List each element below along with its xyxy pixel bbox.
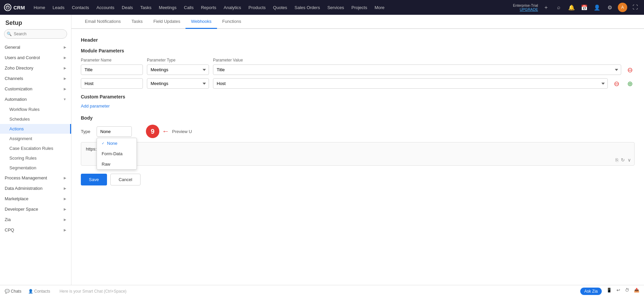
contacts-chat-label[interactable]: 👤 Contacts xyxy=(28,289,50,294)
cancel-button[interactable]: Cancel xyxy=(110,174,141,185)
group-zia-header[interactable]: Zia ▶ xyxy=(0,214,71,225)
chevron-right-icon: ▶ xyxy=(64,56,66,59)
param-name-input-1[interactable] xyxy=(81,65,143,75)
type-option-form-data[interactable]: Form-Data xyxy=(97,148,137,159)
group-users-header[interactable]: Users and Control ▶ xyxy=(0,52,71,63)
annotation-badge: 9 xyxy=(146,125,159,138)
sidebar-item-assignment[interactable]: Assignment xyxy=(0,134,71,143)
contacts-icon[interactable]: 👤 xyxy=(592,3,602,12)
body-section: Body Type None Form-Data Raw ✓ xyxy=(81,115,635,166)
nav-more[interactable]: More xyxy=(371,4,388,11)
expand-icon[interactable]: ∨ xyxy=(628,157,631,163)
upgrade-link[interactable]: UPGRADE xyxy=(513,7,538,11)
nav-quotes[interactable]: Quotes xyxy=(270,4,290,11)
nav-deals[interactable]: Deals xyxy=(118,4,136,11)
chat-icon-2[interactable]: ↩ xyxy=(616,288,620,295)
sidebar-item-schedules[interactable]: Schedules xyxy=(0,114,71,124)
type-row: Type None Form-Data Raw ✓ None xyxy=(81,125,635,138)
module-params-title: Module Parameters xyxy=(81,48,635,53)
nav-services[interactable]: Services xyxy=(324,4,347,11)
check-icon: ✓ xyxy=(102,141,104,145)
type-option-none[interactable]: ✓ None xyxy=(97,138,137,148)
tab-functions[interactable]: Functions xyxy=(217,15,247,29)
sidebar-item-workflow-label: Workflow Rules xyxy=(9,107,40,112)
group-data-administration-label: Data Administration xyxy=(5,186,43,191)
group-cpq-header[interactable]: CPQ ▶ xyxy=(0,225,71,235)
body-section-title: Body xyxy=(81,115,635,121)
nav-calls[interactable]: Calls xyxy=(180,4,197,11)
group-process-management-header[interactable]: Process Management ▶ xyxy=(0,173,71,183)
sidebar: Setup 🔍 General ▶ Users and Control ▶ Zo… xyxy=(0,15,71,297)
nav-reports[interactable]: Reports xyxy=(198,4,220,11)
type-option-none-label: None xyxy=(107,141,117,146)
calendar-icon[interactable]: 📅 xyxy=(580,3,589,12)
nav-sales-orders[interactable]: Sales Orders xyxy=(291,4,323,11)
param-value-select-2[interactable]: Host xyxy=(213,78,608,89)
group-automation-label: Automation xyxy=(5,97,27,102)
type-option-raw[interactable]: Raw xyxy=(97,159,137,169)
param-name-input-2[interactable] xyxy=(81,78,143,89)
remove-param-button-1[interactable]: ⊖ xyxy=(625,65,635,75)
param-type-select-1[interactable]: Meetings xyxy=(147,65,209,75)
search-input[interactable] xyxy=(4,29,67,39)
sidebar-item-scoring-rules[interactable]: Scoring Rules xyxy=(0,153,71,163)
nav-contacts[interactable]: Contacts xyxy=(68,4,92,11)
nav-tasks[interactable]: Tasks xyxy=(137,4,155,11)
param-value-select-1[interactable]: Title xyxy=(213,65,621,75)
nav-leads[interactable]: Leads xyxy=(49,4,68,11)
refresh-icon[interactable]: ↻ xyxy=(621,157,625,163)
user-avatar[interactable]: A xyxy=(618,3,627,12)
add-param-button[interactable]: ⊕ xyxy=(625,79,635,88)
ask-zia-button[interactable]: Ask Zia xyxy=(580,288,602,295)
group-zoho-directory-label: Zoho Directory xyxy=(5,66,33,71)
group-customization-header[interactable]: Customization ▶ xyxy=(0,84,71,94)
group-marketplace-label: Marketplace xyxy=(5,196,29,201)
create-icon[interactable]: ＋ xyxy=(541,3,551,12)
chevron-right-icon: ▶ xyxy=(64,87,66,91)
group-general-header[interactable]: General ▶ xyxy=(0,42,71,52)
group-developer-space-header[interactable]: Developer Space ▶ xyxy=(0,204,71,214)
tab-webhooks[interactable]: Webhooks xyxy=(185,15,217,29)
param-type-select-2[interactable]: Meetings xyxy=(147,78,209,89)
group-channels-header[interactable]: Channels ▶ xyxy=(0,73,71,84)
settings-icon[interactable]: ⚙ xyxy=(605,3,614,12)
sidebar-item-workflow-rules[interactable]: Workflow Rules xyxy=(0,104,71,114)
param-type-header: Parameter Type xyxy=(147,57,209,62)
group-marketplace-header[interactable]: Marketplace ▶ xyxy=(0,194,71,204)
annotation-row: 9 ← Preview U xyxy=(146,125,192,138)
group-cpq: CPQ ▶ xyxy=(0,225,71,235)
tab-tasks[interactable]: Tasks xyxy=(126,15,148,29)
nav-projects[interactable]: Projects xyxy=(348,4,371,11)
save-button[interactable]: Save xyxy=(81,174,107,185)
nav-products[interactable]: Products xyxy=(245,4,269,11)
search-icon[interactable]: ⌕ xyxy=(554,3,564,12)
expand-icon[interactable]: ⛶ xyxy=(631,3,640,12)
sidebar-item-actions[interactable]: Actions xyxy=(0,124,71,134)
group-process-management: Process Management ▶ xyxy=(0,173,71,183)
nav-links: Home Leads Contacts Accounts Deals Tasks… xyxy=(30,4,507,11)
type-select[interactable]: None Form-Data Raw xyxy=(97,126,132,137)
crm-logo[interactable]: CRM xyxy=(4,4,25,11)
copy-icon[interactable]: ⎘ xyxy=(615,157,618,163)
group-zoho-directory-header[interactable]: Zoho Directory ▶ xyxy=(0,63,71,73)
tab-email-notifications[interactable]: Email Notifications xyxy=(79,15,126,29)
nav-accounts[interactable]: Accounts xyxy=(93,4,118,11)
chevron-right-icon: ▶ xyxy=(64,66,66,70)
group-data-administration-header[interactable]: Data Administration ▶ xyxy=(0,183,71,194)
chats-label[interactable]: 💬 Chats xyxy=(5,289,21,294)
chat-icon-4[interactable]: 📤 xyxy=(634,288,639,295)
add-parameter-link[interactable]: Add parameter xyxy=(81,103,110,109)
nav-meetings[interactable]: Meetings xyxy=(156,4,180,11)
smart-chat-placeholder[interactable]: Here is your Smart Chat (Ctrl+Space) xyxy=(59,289,578,294)
sidebar-item-segmentation[interactable]: Segmentation xyxy=(0,163,71,173)
group-automation-header[interactable]: Automation ▼ xyxy=(0,94,71,104)
nav-analytics[interactable]: Analytics xyxy=(220,4,245,11)
sidebar-item-case-escalation[interactable]: Case Escalation Rules xyxy=(0,143,71,153)
tab-field-updates[interactable]: Field Updates xyxy=(148,15,185,29)
notifications-icon[interactable]: 🔔 xyxy=(567,3,576,12)
remove-param-button-2[interactable]: ⊖ xyxy=(612,79,621,88)
chat-icon-3[interactable]: ⏱ xyxy=(625,288,629,295)
group-users-label: Users and Control xyxy=(5,55,40,60)
chat-icon-1[interactable]: 📱 xyxy=(606,288,612,295)
nav-home[interactable]: Home xyxy=(30,4,49,11)
